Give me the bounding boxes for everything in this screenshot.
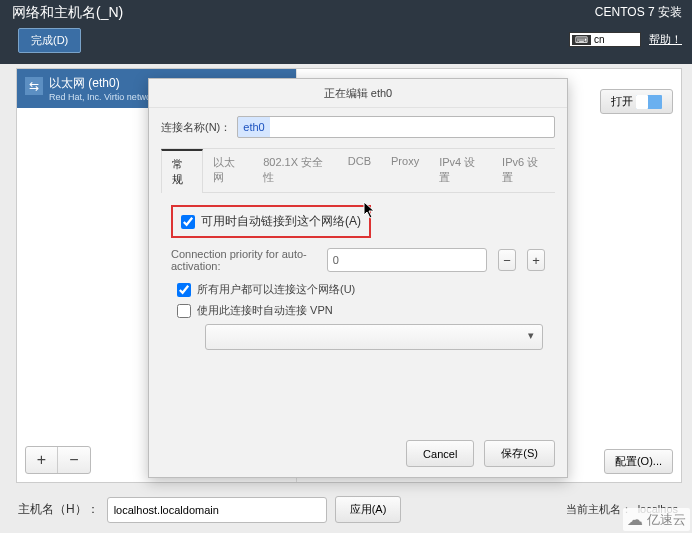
hostname-label: 主机名（H）：	[18, 501, 99, 518]
auto-vpn-label: 使用此连接时自动连接 VPN	[197, 303, 333, 318]
connection-name-input[interactable]	[237, 116, 555, 138]
installer-brand: CENTOS 7 安装	[595, 4, 682, 21]
auto-vpn-checkbox[interactable]	[177, 304, 191, 318]
highlight-auto-connect: 可用时自动链接到这个网络(A)	[171, 205, 371, 238]
connection-name-label: 连接名称(N)：	[161, 120, 231, 135]
auto-connect-checkbox[interactable]	[181, 215, 195, 229]
tab-proxy[interactable]: Proxy	[381, 149, 429, 192]
priority-decrement-button[interactable]: −	[498, 249, 516, 271]
tab-ipv6[interactable]: IPv6 设置	[492, 149, 555, 192]
cancel-button[interactable]: Cancel	[406, 440, 474, 467]
keyboard-icon: ⌨	[572, 35, 591, 45]
watermark: ☁ 亿速云	[623, 508, 690, 531]
page-title: 网络和主机名(_N)	[12, 4, 123, 22]
hostname-input[interactable]	[107, 497, 327, 523]
apply-hostname-button[interactable]: 应用(A)	[335, 496, 402, 523]
dialog-title: 正在编辑 eth0	[149, 79, 567, 108]
dialog-tabs: 常规 以太网 802.1X 安全性 DCB Proxy IPv4 设置 IPv6…	[161, 148, 555, 193]
tab-8021x[interactable]: 802.1X 安全性	[253, 149, 338, 192]
tab-ipv4[interactable]: IPv4 设置	[429, 149, 492, 192]
auto-connect-label: 可用时自动链接到这个网络(A)	[201, 213, 361, 230]
keyboard-lang-indicator[interactable]: ⌨cn	[569, 32, 641, 47]
save-button[interactable]: 保存(S)	[484, 440, 555, 467]
help-link[interactable]: 帮助！	[649, 32, 682, 47]
tab-ethernet[interactable]: 以太网	[203, 149, 253, 192]
done-button[interactable]: 完成(D)	[18, 28, 81, 53]
priority-input[interactable]: 0	[327, 248, 487, 272]
configure-button[interactable]: 配置(O)...	[604, 449, 673, 474]
interface-toggle-button[interactable]: 打开	[600, 89, 673, 114]
current-hostname-label: 当前主机名：	[566, 503, 632, 515]
tab-dcb[interactable]: DCB	[338, 149, 381, 192]
ethernet-icon: ⇆	[25, 77, 43, 95]
vpn-select[interactable]	[205, 324, 543, 350]
edit-connection-dialog: 正在编辑 eth0 连接名称(N)： 常规 以太网 802.1X 安全性 DCB…	[148, 78, 568, 478]
remove-interface-button[interactable]: −	[58, 447, 90, 473]
all-users-label: 所有用户都可以连接这个网络(U)	[197, 282, 355, 297]
priority-increment-button[interactable]: +	[527, 249, 545, 271]
add-interface-button[interactable]: +	[26, 447, 58, 473]
all-users-checkbox[interactable]	[177, 283, 191, 297]
toggle-switch-icon	[636, 95, 662, 109]
tab-general[interactable]: 常规	[161, 149, 203, 193]
cloud-icon: ☁	[627, 510, 643, 529]
priority-label: Connection priority for auto-activation:	[171, 248, 319, 272]
